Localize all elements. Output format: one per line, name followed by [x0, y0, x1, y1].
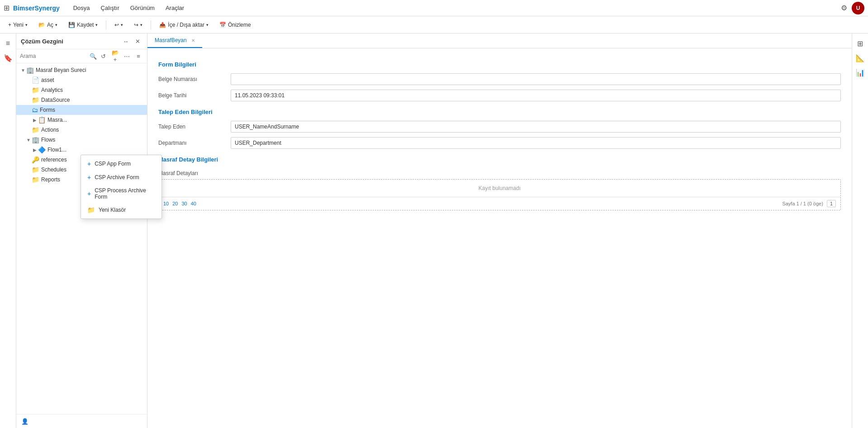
top-bar: ⊞ BimserSynergy Dosya Çalıştır Görünüm A… — [0, 0, 868, 16]
forms-icon: 🗂 — [32, 106, 38, 114]
grid-footer: 10 20 30 40 Sayfa 1 / 1 (0 öge) 1 — [159, 197, 840, 210]
section-masraf-detay-bilgileri: Masraf Detay Bilgileri — [158, 156, 841, 163]
tree-item-masraf-form[interactable]: ▶ 📋 Masra... — [16, 115, 147, 125]
tab-close-masrafbeyan[interactable]: ✕ — [191, 38, 195, 43]
page-num[interactable]: 1 — [827, 200, 836, 207]
cm-label-4: Yeni Klasör — [99, 207, 126, 213]
content-area: MasrafBeyan ✕ Form Bilgileri Belge Numar… — [147, 33, 852, 428]
flow1-icon: 🔷 — [38, 146, 46, 153]
iconbar-btn-1[interactable]: ≡ — [2, 37, 14, 50]
solution-panel-header: Çözüm Gezgini ↔ ✕ — [16, 33, 147, 49]
open-icon: 📂 — [38, 22, 45, 28]
save-button[interactable]: 💾 Kaydet ▾ — [64, 20, 102, 30]
refresh-btn[interactable]: ↺ — [99, 51, 109, 61]
actions-folder-icon: 📁 — [32, 126, 39, 133]
page-size-40[interactable]: 40 — [191, 201, 196, 206]
form-row-talep-eden: Talep Eden — [158, 121, 841, 133]
iconbar-btn-2[interactable]: 🔖 — [2, 52, 14, 64]
belge-tarihi-label: Belge Tarihi — [158, 92, 231, 99]
belge-no-input[interactable] — [231, 73, 841, 85]
context-menu-item-csp-archive-form[interactable]: + CSP Archive Form — [81, 171, 161, 184]
panel-close-btn[interactable]: ✕ — [133, 36, 142, 46]
preview-button[interactable]: 📅 Önizleme — [215, 20, 256, 30]
grid-empty-message: Kayıt bulunamadı — [159, 180, 840, 197]
actions-label: Actions — [41, 127, 59, 133]
reports-label: Reports — [41, 176, 60, 183]
talep-eden-input[interactable] — [231, 121, 841, 133]
analytics-folder-icon: 📁 — [32, 86, 39, 94]
undo-button[interactable]: ↩ ▾ — [110, 20, 128, 30]
toolbar-divider-2 — [151, 20, 151, 29]
menu-araclar[interactable]: Araçlar — [161, 3, 189, 13]
import-export-button[interactable]: 📤 İçe / Dışa aktar ▾ — [155, 20, 213, 30]
expand-icon-flows: ▼ — [25, 138, 32, 143]
menu-gorunum[interactable]: Görünüm — [126, 3, 159, 13]
belge-tarihi-input[interactable] — [231, 90, 841, 101]
section-talep-eden-bilgileri: Talep Eden Bilgileri — [158, 109, 841, 115]
left-icon-bar: ≡ 🔖 — [0, 33, 16, 428]
cm-plus-icon-1: + — [87, 160, 91, 167]
tab-masrafbeyan[interactable]: MasrafBeyan ✕ — [147, 33, 202, 48]
user-avatar[interactable]: U — [852, 2, 864, 14]
section-form-bilgileri: Form Bilgileri — [158, 61, 841, 68]
right-icon-btn-2[interactable]: 📐 — [854, 52, 867, 64]
search-icon[interactable]: 🔍 — [90, 53, 97, 60]
brand-name: BimserSynergy — [13, 5, 60, 12]
right-icon-bar: ⊞ 📐 📊 — [852, 33, 868, 428]
redo-button[interactable]: ↪ ▾ — [129, 20, 147, 30]
cm-plus-icon-2: + — [87, 174, 91, 181]
panel-header-actions: ↔ ✕ — [121, 36, 142, 46]
tree-item-actions[interactable]: 📁 Actions — [16, 125, 147, 135]
talep-eden-label: Talep Eden — [158, 124, 231, 130]
import-export-label: İçe / Dışa aktar — [168, 22, 204, 28]
tree-item-flows[interactable]: ▼ 🏢 Flows — [16, 135, 147, 145]
preview-label: Önizleme — [228, 22, 251, 28]
more-options-btn[interactable]: ⋯ — [122, 51, 132, 61]
toolbar-divider-1 — [106, 20, 106, 29]
context-menu: + CSP App Form + CSP Archive Form + CSP … — [81, 155, 162, 219]
redo-icon: ↪ — [134, 22, 138, 28]
form-row-belge-no: Belge Numarası — [158, 73, 841, 85]
page-info: Sayfa 1 / 1 (0 öge) — [782, 201, 823, 206]
cm-plus-icon-3: + — [87, 190, 91, 197]
tab-bar: MasrafBeyan ✕ — [147, 33, 852, 48]
footer-icon-btn[interactable]: 👤 — [20, 416, 30, 426]
right-icon-btn-3[interactable]: 📊 — [854, 66, 867, 79]
app-grid-icon[interactable]: ⊞ — [4, 4, 9, 12]
settings-icon[interactable]: ⚙ — [841, 4, 847, 12]
departmani-input[interactable] — [231, 137, 841, 149]
root-icon: 🏢 — [26, 67, 34, 74]
search-bar: 🔍 ↺ 📂+ ⋯ ≡ — [16, 49, 147, 63]
tree-item-analytics[interactable]: 📁 Analytics — [16, 85, 147, 95]
add-folder-btn[interactable]: 📂+ — [110, 51, 120, 61]
references-icon: 🔑 — [32, 156, 39, 163]
panel-pin-btn[interactable]: ↔ — [121, 36, 131, 46]
new-label: Yeni — [13, 22, 24, 28]
asset-label: asset — [41, 77, 54, 83]
tree-item-flow1[interactable]: ▶ 🔷 Flow1... — [16, 145, 147, 155]
tree-item-forms[interactable]: 🗂 Forms — [16, 105, 147, 115]
tree-item-asset[interactable]: 📄 asset — [16, 75, 147, 85]
menu-calistir[interactable]: Çalıştır — [96, 3, 124, 13]
context-menu-item-new-folder[interactable]: 📁 Yeni Klasör — [81, 203, 161, 217]
expand-icon-root: ▼ — [20, 68, 26, 73]
menu-dosya[interactable]: Dosya — [69, 3, 95, 13]
page-size-20[interactable]: 20 — [172, 201, 178, 206]
context-menu-item-csp-app-form[interactable]: + CSP App Form — [81, 157, 161, 171]
context-menu-item-csp-process-archive-form[interactable]: + CSP Process Archive Form — [81, 184, 161, 203]
schedules-label: Schedules — [41, 166, 66, 173]
open-button[interactable]: 📂 Aç ▾ — [34, 20, 62, 30]
cm-label-2: CSP Archive Form — [95, 174, 139, 181]
new-button[interactable]: + Yeni ▾ — [4, 20, 32, 30]
collapse-btn[interactable]: ≡ — [133, 51, 143, 61]
right-icon-btn-1[interactable]: ⊞ — [854, 37, 867, 50]
solution-panel: Çözüm Gezgini ↔ ✕ 🔍 ↺ 📂+ ⋯ ≡ ▼ 🏢 Masraf … — [16, 33, 147, 428]
tree-item-datasource[interactable]: 📁 DataSource — [16, 95, 147, 105]
search-input[interactable] — [20, 53, 88, 59]
departmani-label: Departmanı — [158, 140, 231, 146]
tree-item-root[interactable]: ▼ 🏢 Masraf Beyan Sureci — [16, 65, 147, 75]
page-size-30[interactable]: 30 — [182, 201, 187, 206]
page-size-10[interactable]: 10 — [163, 201, 169, 206]
schedules-folder-icon: 📁 — [32, 166, 39, 173]
save-icon: 💾 — [68, 22, 75, 28]
